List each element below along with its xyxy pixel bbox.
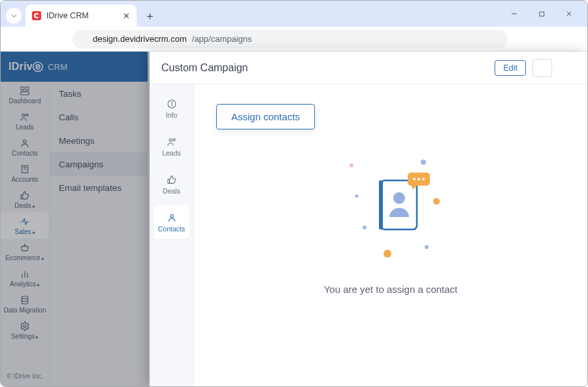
browser-menu-button[interactable] [566,31,582,47]
svg-rect-46 [379,180,383,229]
svg-point-36 [172,139,174,141]
svg-line-31 [564,65,570,71]
svg-point-51 [417,178,420,180]
info-icon [167,99,177,109]
window-minimize-button[interactable] [501,5,527,23]
favicon-icon [32,11,41,20]
svg-rect-1 [540,12,544,16]
svg-marker-9 [546,34,555,42]
svg-point-4 [81,37,82,38]
window-maximize-button[interactable] [529,5,555,23]
svg-point-29 [542,70,543,71]
drawer-tabs: Info Leads Deals Contacts [150,84,194,386]
svg-point-47 [393,192,405,204]
bookmark-star-icon[interactable] [543,31,559,47]
drawer-tab-leads[interactable]: Leads [154,129,189,163]
svg-point-10 [574,35,575,37]
svg-point-43 [425,245,429,249]
svg-point-50 [413,178,416,180]
nav-reload-button[interactable] [50,31,66,47]
browser-window: IDrive CRM ✕ ＋ design.devid [0,0,588,387]
new-tab-button[interactable]: ＋ [140,7,159,25]
browser-addressbar: design.devidrivecrm.com/app/campaigns [1,27,587,52]
svg-point-40 [433,198,440,205]
svg-point-39 [421,160,426,165]
drawer-content: Assign contacts [194,84,587,386]
tab-close-button[interactable]: ✕ [123,11,130,21]
url-input[interactable]: design.devidrivecrm.com/app/campaigns [73,30,508,48]
svg-point-12 [574,41,575,42]
site-settings-icon [79,35,88,43]
leads-icon [167,137,177,147]
svg-point-11 [574,39,575,40]
svg-point-38 [350,163,353,167]
svg-point-8 [523,39,527,42]
svg-point-44 [355,195,359,198]
thumbs-up-icon [167,175,177,185]
nav-forward-button[interactable] [28,31,44,47]
svg-point-6 [84,40,86,41]
drawer-more-button[interactable] [532,59,552,77]
svg-rect-45 [381,180,417,229]
tab-title: IDrive CRM [46,11,89,20]
svg-point-27 [542,64,543,65]
drawer-header: Custom Campaign Edit [150,52,587,84]
contact-icon [167,212,177,223]
edit-button[interactable]: Edit [495,60,526,76]
window-close-button[interactable] [556,5,582,23]
svg-line-30 [564,65,570,71]
svg-point-35 [169,139,172,141]
browser-tab-active[interactable]: IDrive CRM ✕ [25,5,137,27]
url-path: /app/campaigns [192,34,252,44]
tab-search-button[interactable] [6,8,22,24]
drawer-tab-deals[interactable]: Deals [154,167,189,201]
empty-state: You are yet to assign a contact [216,129,565,367]
app-frame: IDrivⓔ CRM Dashboard Leads Contacts Acco… [1,52,587,386]
drawer-tab-contacts[interactable]: Contacts [154,205,189,239]
browser-tabbar: IDrive CRM ✕ ＋ [1,1,587,27]
campaign-drawer: Custom Campaign Edit Info [150,52,587,386]
empty-state-illustration [325,156,456,267]
svg-point-41 [363,226,367,229]
password-key-icon[interactable] [519,31,535,47]
empty-state-text: You are yet to assign a contact [324,284,458,295]
kebab-icon [538,63,547,73]
svg-point-42 [384,250,391,258]
drawer-close-button[interactable] [559,59,576,76]
svg-point-52 [422,178,425,180]
drawer-title: Custom Campaign [161,62,248,74]
assign-contacts-button[interactable]: Assign contacts [216,104,315,129]
close-icon [562,63,572,73]
nav-back-button[interactable] [6,31,22,47]
svg-point-28 [542,67,543,69]
svg-point-37 [170,214,173,218]
url-host: design.devidrivecrm.com [93,34,187,44]
drawer-body: Info Leads Deals Contacts [150,84,587,386]
drawer-tab-info[interactable]: Info [154,92,189,126]
svg-point-34 [171,101,172,102]
